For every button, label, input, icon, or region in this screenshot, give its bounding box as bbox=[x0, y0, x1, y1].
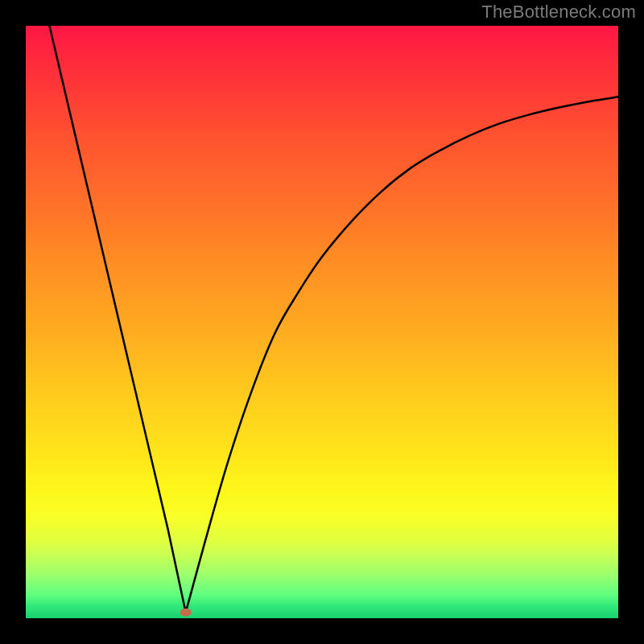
plot-area bbox=[26, 26, 618, 618]
curve-left-segment bbox=[49, 26, 185, 613]
curve-right-segment bbox=[186, 97, 618, 612]
curve-layer bbox=[26, 26, 618, 618]
attribution-label: TheBottleneck.com bbox=[481, 2, 636, 23]
minimum-marker bbox=[180, 609, 192, 617]
chart-container: TheBottleneck.com bbox=[0, 0, 644, 644]
